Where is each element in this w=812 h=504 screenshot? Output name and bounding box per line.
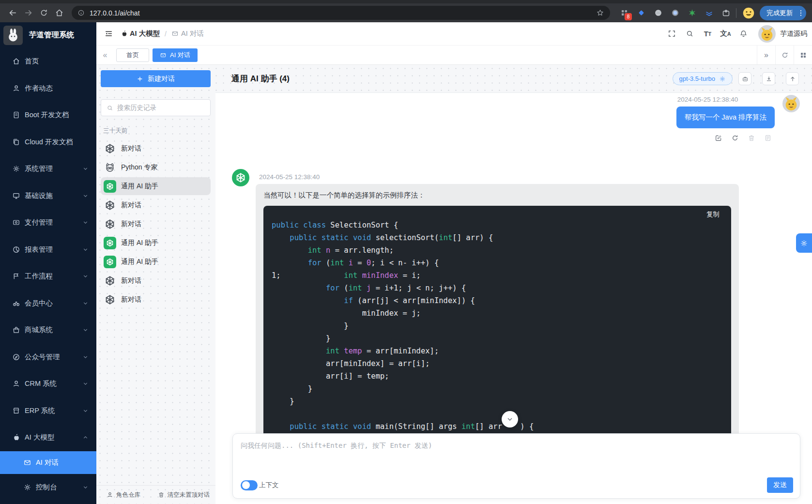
message-input-box[interactable]: 问我任何问题... (Shift+Enter 换行, 按下 Enter 发送) … — [232, 433, 800, 499]
conversation-title: 新对话 — [121, 144, 141, 153]
conversation-avatar — [104, 142, 116, 155]
conversation-avatar — [104, 256, 116, 268]
sidebar-item[interactable]: AI 对话 — [0, 451, 96, 474]
extension-sphere[interactable] — [651, 6, 665, 20]
new-conversation-button[interactable]: 新建对话 — [101, 70, 211, 87]
bookmark-star-icon[interactable] — [596, 9, 604, 17]
update-label: 完成更新 — [766, 9, 793, 17]
notification-button[interactable] — [735, 27, 752, 41]
tabs-scroll-left-button[interactable]: « — [100, 51, 110, 60]
conversation-item[interactable]: 新对话 — [101, 139, 211, 157]
url-text[interactable]: 127.0.0.1/ai/chat — [90, 9, 596, 17]
browser-update-button[interactable]: 完成更新 — [760, 6, 796, 20]
extension-grid[interactable]: 8 — [617, 6, 631, 20]
user-name[interactable]: 芋道源码 — [780, 30, 807, 38]
screen: 127.0.0.1/ai/chat 8 完成更新 芋道管理系统 首页作者动态Bo… — [0, 0, 812, 504]
conversation-item[interactable]: 新对话 — [101, 196, 211, 214]
browser-home-button[interactable] — [51, 5, 67, 21]
search-button[interactable] — [681, 27, 699, 41]
tabs-scroll-right-button[interactable]: » — [757, 46, 775, 64]
brand[interactable]: 芋道管理系统 — [0, 22, 96, 48]
sidebar-item[interactable]: AI 大模型 — [0, 424, 96, 451]
font-size-button[interactable]: TT — [699, 27, 717, 41]
apple-icon — [121, 30, 128, 37]
chevron-down-icon — [506, 415, 514, 423]
export-button[interactable] — [762, 72, 775, 85]
main: AI 大模型 / AI 对话 TT 文A 芋道源码 « 首页 — [96, 22, 812, 504]
app-header: AI 大模型 / AI 对话 TT 文A 芋道源码 — [96, 22, 812, 46]
sidebar-item[interactable]: 报表管理 — [0, 236, 96, 263]
locale-button[interactable]: 文A — [717, 27, 735, 41]
regenerate-icon[interactable] — [731, 134, 739, 142]
scroll-top-button[interactable] — [786, 72, 799, 85]
tab-refresh-button[interactable] — [775, 46, 794, 64]
breadcrumb-parent[interactable]: AI 大模型 — [130, 29, 160, 38]
conversation-item[interactable]: 新对话 — [101, 272, 211, 290]
openai-icon — [104, 294, 116, 305]
conversation-group-label: 三十天前 — [103, 127, 211, 135]
sidebar-item[interactable]: 支付管理 — [0, 209, 96, 236]
sidebar-item[interactable]: 控制台 — [0, 474, 96, 501]
sidebar-item[interactable]: CRM 系统 — [0, 370, 96, 397]
sidebar-item[interactable]: 基础设施 — [0, 183, 96, 210]
breadcrumb-separator: / — [165, 30, 167, 38]
model-badge[interactable]: gpt-3.5-turbo — [673, 72, 733, 85]
browser-profile-avatar[interactable] — [741, 6, 756, 20]
conversation-item[interactable]: 新对话 — [101, 215, 211, 233]
extension-puzzle[interactable] — [719, 6, 733, 20]
browser-menu-button[interactable] — [796, 6, 806, 20]
home-icon — [55, 8, 64, 17]
conversation-item[interactable]: 新对话 — [101, 290, 211, 308]
extension-circle[interactable] — [668, 6, 682, 20]
site-info-icon[interactable] — [77, 9, 85, 16]
tab-layout-button[interactable] — [794, 46, 812, 64]
extension-layers[interactable] — [702, 6, 716, 20]
settings-drawer-handle[interactable] — [796, 233, 812, 253]
member-icon — [12, 299, 20, 307]
erp-icon — [12, 407, 20, 415]
conversation-item[interactable]: 通用 AI 助手 — [101, 253, 211, 271]
sidebar-item[interactable]: 公众号管理 — [0, 344, 96, 371]
browser-reload-button[interactable] — [36, 5, 51, 21]
sidebar-item[interactable]: Cloud 开发文档 — [0, 129, 96, 156]
sidebar-item[interactable]: ERP 系统 — [0, 397, 96, 425]
send-button[interactable]: 发送 — [767, 477, 793, 493]
conversation-avatar — [104, 199, 116, 212]
code-copy-button[interactable]: 复制 — [706, 210, 720, 219]
browser-forward-button[interactable] — [20, 5, 36, 21]
role-repository-button[interactable]: 角色仓库 — [107, 491, 140, 499]
conversation-item[interactable]: 通用 AI 助手 — [101, 234, 211, 252]
extension-diamond[interactable] — [634, 6, 648, 20]
chevron-down-icon — [82, 166, 89, 172]
conversation-item[interactable]: Python 专家 — [101, 158, 211, 176]
conversation-item[interactable]: 通用 AI 助手 — [101, 177, 211, 195]
sidebar-item[interactable]: 作者动态 — [0, 75, 96, 102]
conversation-avatar — [104, 293, 116, 306]
history-search-input[interactable]: 搜索历史记录 — [101, 99, 211, 116]
delete-icon[interactable] — [748, 134, 755, 142]
sidebar-item[interactable]: 商城系统 — [0, 317, 96, 344]
sidebar-item[interactable]: 系统管理 — [0, 155, 96, 183]
clear-unpinned-button[interactable]: 清空未置顶对话 — [158, 491, 210, 499]
user-avatar[interactable] — [758, 25, 776, 43]
extension-star[interactable] — [685, 6, 699, 20]
address-bar[interactable]: 127.0.0.1/ai/chat — [72, 6, 610, 20]
rabbit-logo-icon — [5, 27, 21, 44]
browser-back-button[interactable] — [5, 5, 20, 21]
sidebar-item[interactable]: 工作流程 — [0, 263, 96, 290]
clear-context-button[interactable] — [738, 72, 751, 85]
fullscreen-button[interactable] — [663, 27, 681, 41]
user-icon — [12, 380, 20, 388]
copy-icon[interactable] — [764, 134, 772, 142]
tab-home[interactable]: 首页 — [116, 48, 149, 62]
sidebar-item[interactable]: 会员中心 — [0, 290, 96, 317]
context-toggle[interactable] — [241, 480, 258, 490]
sidebar-item-label: 作者动态 — [25, 84, 89, 93]
sidebar-item[interactable]: 首页 — [0, 48, 96, 75]
tab-ai-chat[interactable]: AI 对话 — [153, 48, 198, 62]
sidebar-item[interactable]: Boot 开发文档 — [0, 102, 96, 129]
download-icon — [766, 76, 772, 82]
scroll-to-bottom-button[interactable] — [502, 411, 518, 428]
collapse-menu-button[interactable] — [102, 27, 115, 41]
edit-icon[interactable] — [715, 134, 722, 142]
